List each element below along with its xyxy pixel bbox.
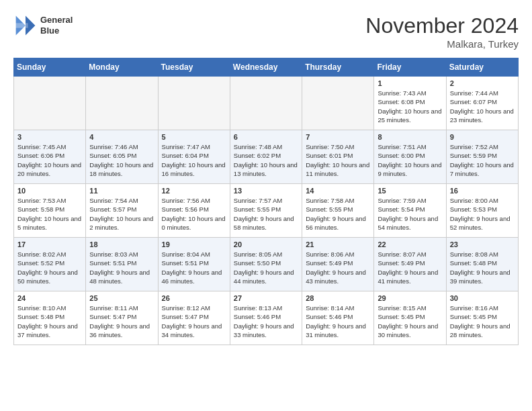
day-cell: 24Sunrise: 8:10 AM Sunset: 5:48 PM Dayli… <box>14 291 86 345</box>
day-info: Sunrise: 8:00 AM Sunset: 5:53 PM Dayligh… <box>450 196 515 232</box>
logo-text: General Blue <box>40 15 73 36</box>
day-info: Sunrise: 8:06 AM Sunset: 5:49 PM Dayligh… <box>306 250 370 285</box>
day-number: 21 <box>306 240 370 248</box>
day-info: Sunrise: 7:53 AM Sunset: 5:58 PM Dayligh… <box>17 196 82 232</box>
day-number: 15 <box>378 187 442 195</box>
day-number: 5 <box>162 133 226 141</box>
day-number: 26 <box>162 294 226 302</box>
day-number: 28 <box>306 294 370 302</box>
day-cell: 20Sunrise: 8:05 AM Sunset: 5:50 PM Dayli… <box>230 238 302 291</box>
weekday-header-monday: Monday <box>86 58 158 77</box>
day-number: 9 <box>450 133 515 141</box>
day-cell: 21Sunrise: 8:06 AM Sunset: 5:49 PM Dayli… <box>302 238 374 291</box>
day-cell: 3Sunrise: 7:45 AM Sunset: 6:06 PM Daylig… <box>14 130 86 184</box>
svg-rect-3 <box>15 23 28 28</box>
day-info: Sunrise: 7:54 AM Sunset: 5:57 PM Dayligh… <box>89 196 154 232</box>
day-cell: 29Sunrise: 8:15 AM Sunset: 5:45 PM Dayli… <box>374 291 446 345</box>
day-cell: 19Sunrise: 8:04 AM Sunset: 5:51 PM Dayli… <box>158 238 230 291</box>
day-number: 17 <box>17 240 82 248</box>
day-number: 10 <box>17 187 82 195</box>
day-info: Sunrise: 8:13 AM Sunset: 5:46 PM Dayligh… <box>234 304 298 339</box>
day-info: Sunrise: 8:08 AM Sunset: 5:48 PM Dayligh… <box>450 250 515 285</box>
day-info: Sunrise: 7:43 AM Sunset: 6:08 PM Dayligh… <box>378 89 442 124</box>
day-cell <box>14 77 86 130</box>
week-row-4: 17Sunrise: 8:02 AM Sunset: 5:52 PM Dayli… <box>14 238 519 291</box>
day-number: 3 <box>17 133 82 141</box>
day-cell: 13Sunrise: 7:57 AM Sunset: 5:55 PM Dayli… <box>230 184 302 238</box>
day-number: 23 <box>450 240 515 248</box>
weekday-header-row: SundayMondayTuesdayWednesdayThursdayFrid… <box>14 58 519 77</box>
month-title: November 2024 <box>365 13 519 38</box>
day-number: 6 <box>234 133 298 141</box>
weekday-header-saturday: Saturday <box>446 58 518 77</box>
logo-line2: Blue <box>40 26 73 36</box>
day-info: Sunrise: 7:50 AM Sunset: 6:01 PM Dayligh… <box>306 142 370 178</box>
day-info: Sunrise: 8:05 AM Sunset: 5:50 PM Dayligh… <box>234 250 298 285</box>
day-cell: 16Sunrise: 8:00 AM Sunset: 5:53 PM Dayli… <box>446 184 518 238</box>
day-info: Sunrise: 7:59 AM Sunset: 5:54 PM Dayligh… <box>378 196 442 232</box>
day-cell: 18Sunrise: 8:03 AM Sunset: 5:51 PM Dayli… <box>86 238 158 291</box>
day-number: 24 <box>17 294 82 302</box>
day-number: 30 <box>450 294 515 302</box>
day-number: 16 <box>450 187 515 195</box>
week-row-1: 1Sunrise: 7:43 AM Sunset: 6:08 PM Daylig… <box>14 77 519 130</box>
day-info: Sunrise: 7:47 AM Sunset: 6:04 PM Dayligh… <box>162 142 226 178</box>
day-number: 18 <box>89 240 154 248</box>
week-row-5: 24Sunrise: 8:10 AM Sunset: 5:48 PM Dayli… <box>14 291 519 345</box>
day-cell: 27Sunrise: 8:13 AM Sunset: 5:46 PM Dayli… <box>230 291 302 345</box>
day-number: 2 <box>450 79 515 87</box>
day-cell: 28Sunrise: 8:14 AM Sunset: 5:46 PM Dayli… <box>302 291 374 345</box>
day-cell: 2Sunrise: 7:44 AM Sunset: 6:07 PM Daylig… <box>446 77 518 130</box>
weekday-header-friday: Friday <box>374 58 446 77</box>
day-info: Sunrise: 7:48 AM Sunset: 6:02 PM Dayligh… <box>234 142 298 178</box>
day-number: 20 <box>234 240 298 248</box>
weekday-header-sunday: Sunday <box>14 58 86 77</box>
day-info: Sunrise: 8:04 AM Sunset: 5:51 PM Dayligh… <box>162 250 226 285</box>
day-number: 27 <box>234 294 298 302</box>
day-info: Sunrise: 8:07 AM Sunset: 5:49 PM Dayligh… <box>378 250 442 285</box>
day-cell: 6Sunrise: 7:48 AM Sunset: 6:02 PM Daylig… <box>230 130 302 184</box>
day-number: 1 <box>378 79 442 87</box>
day-info: Sunrise: 7:52 AM Sunset: 5:59 PM Dayligh… <box>450 142 515 178</box>
day-info: Sunrise: 7:56 AM Sunset: 5:56 PM Dayligh… <box>162 196 226 232</box>
day-cell <box>230 77 302 130</box>
day-info: Sunrise: 8:15 AM Sunset: 5:45 PM Dayligh… <box>378 304 442 339</box>
day-number: 29 <box>378 294 442 302</box>
day-cell: 11Sunrise: 7:54 AM Sunset: 5:57 PM Dayli… <box>86 184 158 238</box>
day-number: 13 <box>234 187 298 195</box>
day-info: Sunrise: 7:46 AM Sunset: 6:05 PM Dayligh… <box>89 142 154 178</box>
day-cell: 14Sunrise: 7:58 AM Sunset: 5:55 PM Dayli… <box>302 184 374 238</box>
day-cell: 5Sunrise: 7:47 AM Sunset: 6:04 PM Daylig… <box>158 130 230 184</box>
day-cell <box>86 77 158 130</box>
day-number: 4 <box>89 133 154 141</box>
calendar: SundayMondayTuesdayWednesdayThursdayFrid… <box>13 58 519 345</box>
day-number: 7 <box>306 133 370 141</box>
header: General Blue November 2024 Malkara, Turk… <box>13 13 519 50</box>
day-cell: 25Sunrise: 8:11 AM Sunset: 5:47 PM Dayli… <box>86 291 158 345</box>
location: Malkara, Turkey <box>365 38 519 50</box>
day-number: 19 <box>162 240 226 248</box>
day-info: Sunrise: 8:03 AM Sunset: 5:51 PM Dayligh… <box>89 250 154 285</box>
weekday-header-thursday: Thursday <box>302 58 374 77</box>
day-cell <box>158 77 230 130</box>
day-number: 25 <box>89 294 154 302</box>
day-cell: 4Sunrise: 7:46 AM Sunset: 6:05 PM Daylig… <box>86 130 158 184</box>
day-number: 12 <box>162 187 226 195</box>
day-info: Sunrise: 7:57 AM Sunset: 5:55 PM Dayligh… <box>234 196 298 232</box>
day-cell: 1Sunrise: 7:43 AM Sunset: 6:08 PM Daylig… <box>374 77 446 130</box>
page: General Blue November 2024 Malkara, Turk… <box>0 0 532 352</box>
day-info: Sunrise: 8:12 AM Sunset: 5:47 PM Dayligh… <box>162 304 226 339</box>
day-info: Sunrise: 7:51 AM Sunset: 6:00 PM Dayligh… <box>378 142 442 178</box>
logo-line1: General <box>40 15 73 26</box>
day-cell: 15Sunrise: 7:59 AM Sunset: 5:54 PM Dayli… <box>374 184 446 238</box>
day-cell: 30Sunrise: 8:16 AM Sunset: 5:45 PM Dayli… <box>446 291 518 345</box>
day-info: Sunrise: 8:10 AM Sunset: 5:48 PM Dayligh… <box>17 304 82 339</box>
day-number: 8 <box>378 133 442 141</box>
logo: General Blue <box>13 13 73 38</box>
day-cell <box>302 77 374 130</box>
day-cell: 17Sunrise: 8:02 AM Sunset: 5:52 PM Dayli… <box>14 238 86 291</box>
day-cell: 23Sunrise: 8:08 AM Sunset: 5:48 PM Dayli… <box>446 238 518 291</box>
day-info: Sunrise: 7:44 AM Sunset: 6:07 PM Dayligh… <box>450 89 515 124</box>
day-info: Sunrise: 8:11 AM Sunset: 5:47 PM Dayligh… <box>89 304 154 339</box>
logo-icon <box>13 13 38 38</box>
